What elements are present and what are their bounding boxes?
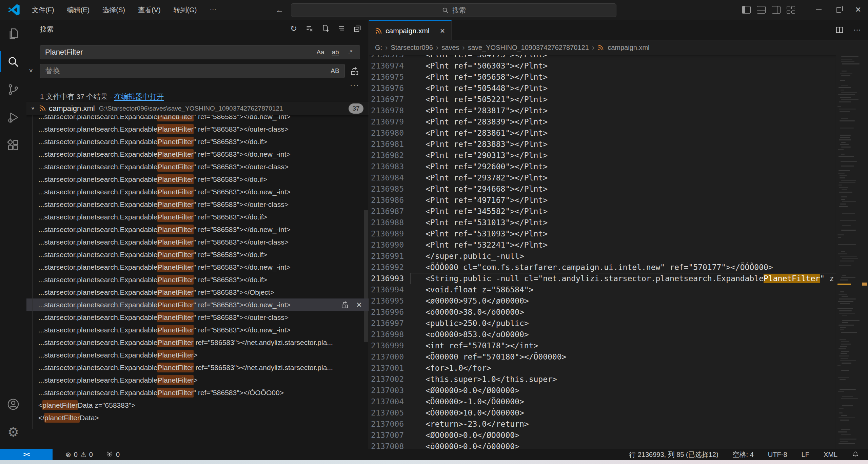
eol[interactable]: LF	[802, 451, 809, 459]
code-line[interactable]: 2136976<Plnt ref="505448"></Plnt>	[369, 83, 836, 94]
search-result-item[interactable]: ...starsector.planetsearch.ExpandablePla…	[26, 286, 369, 298]
account-icon[interactable]	[0, 390, 26, 418]
code-line[interactable]: 2137008<ô00000>0.0</ô00000>	[369, 441, 836, 449]
toggle-panel-icon[interactable]	[757, 6, 766, 14]
menu-item[interactable]: 转到(G)	[168, 3, 202, 17]
new-search-editor-icon[interactable]	[320, 23, 331, 34]
search-result-item[interactable]: ...starsector.planetsearch.ExpandablePla…	[26, 261, 369, 273]
search-result-item[interactable]: ...starsector.planetsearch.ExpandablePla…	[26, 248, 369, 261]
encoding[interactable]: UTF-8	[768, 451, 787, 459]
tab-close-icon[interactable]: ✕	[438, 26, 447, 36]
split-editor-icon[interactable]	[833, 24, 846, 36]
ports-status[interactable]: 0	[106, 451, 120, 459]
menu-item[interactable]: 文件(F)	[26, 3, 60, 17]
indentation[interactable]: 空格: 4	[733, 450, 754, 459]
code-line[interactable]: 2137006<return>-23.0</return>	[369, 419, 836, 430]
refresh-icon[interactable]: ↻	[288, 23, 299, 34]
back-button[interactable]: ←	[273, 4, 286, 15]
search-result-item[interactable]: ...starsector.planetsearch.ExpandablePla…	[26, 361, 369, 374]
sidebar-item-search[interactable]	[0, 48, 26, 76]
search-result-item[interactable]: ...starsector.planetsearch.ExpandablePla…	[26, 374, 369, 386]
toggle-replace-chevron-icon[interactable]: ˅	[29, 61, 38, 81]
code-line[interactable]: 2137001<for>1.0</for>	[369, 363, 836, 374]
code-line[interactable]: 2136984<Plnt ref="293782"></Plnt>	[369, 172, 836, 183]
minimap[interactable]	[836, 55, 861, 449]
search-result-item[interactable]: ...starsector.planetsearch.ExpandablePla…	[26, 298, 369, 311]
language-mode[interactable]: XML	[824, 451, 837, 459]
whole-word-icon[interactable]: ab	[329, 47, 341, 58]
code-line[interactable]: 2136986<Plnt ref="497167"></Plnt>	[369, 195, 836, 206]
code-line[interactable]: 2137004<Õ00000>-1.0</Õ00000>	[369, 396, 836, 407]
code-line[interactable]: 2136988<Plnt ref="531013"></Plnt>	[369, 217, 836, 228]
search-result-item[interactable]: ...starsector.planetsearch.ExpandablePla…	[26, 349, 369, 361]
search-result-item[interactable]: ...starsector.planetsearch.ExpandablePla…	[26, 223, 369, 236]
preserve-case-icon[interactable]: AB	[329, 65, 341, 76]
code-line[interactable]: 2136989<Plnt ref="531093"></Plnt>	[369, 228, 836, 239]
search-result-item[interactable]: ...starsector.planetsearch.ExpandablePla…	[26, 186, 369, 198]
toggle-primary-sidebar-icon[interactable]	[742, 6, 751, 14]
match-case-icon[interactable]: Aa	[314, 47, 327, 58]
code-line[interactable]: 2136997<public>250.0</public>	[369, 318, 836, 329]
code-line[interactable]: 2136987<Plnt ref="345582"></Plnt>	[369, 206, 836, 217]
sidebar-item-explorer[interactable]	[0, 20, 26, 48]
search-result-item[interactable]: ...starsector.planetsearch.ExpandablePla…	[26, 173, 369, 186]
search-input[interactable]: PlanetFilter Aa ab .*	[40, 45, 360, 59]
search-result-item[interactable]: ...starsector.planetsearch.ExpandablePla…	[26, 324, 369, 336]
regex-icon[interactable]: .*	[344, 47, 356, 58]
code-line[interactable]: 2136999<int ref="570178"></int>	[369, 340, 836, 351]
code-line[interactable]: 2136977<Plnt ref="505221"></Plnt>	[369, 94, 836, 105]
search-result-item[interactable]: ...starsector.planetsearch.ExpandablePla…	[26, 115, 369, 123]
result-file-header[interactable]: ˅ campaign.xml G:\Starsector096\saves\sa…	[26, 102, 369, 115]
code-line[interactable]: 2136980<Plnt ref="283861"></Plnt>	[369, 128, 836, 139]
code-line[interactable]: 2136996<ö00000>38.0</ö00000>	[369, 307, 836, 318]
code-line[interactable]: 2136993<String.public_-null cl="net.andy…	[369, 273, 836, 284]
menu-item[interactable]: 查看(V)	[133, 3, 166, 17]
clear-search-results-icon[interactable]	[304, 23, 315, 34]
code-line[interactable]: 2136975<Plnt ref="505658"></Plnt>	[369, 72, 836, 83]
replace-input[interactable]: 替换 AB	[40, 64, 345, 78]
code-editor[interactable]: 2136973<Plnt ref="504775"></Plnt>2136974…	[369, 55, 836, 449]
overview-ruler[interactable]	[861, 55, 868, 449]
tab-campaign-xml[interactable]: campaign.xml ✕	[369, 20, 452, 41]
view-as-list-icon[interactable]	[336, 23, 347, 34]
notifications-bell-icon[interactable]	[852, 451, 859, 458]
search-result-item[interactable]: ...starsector.planetsearch.ExpandablePla…	[26, 311, 369, 324]
code-line[interactable]: 2136979<Plnt ref="283839"></Plnt>	[369, 116, 836, 128]
collapse-all-icon[interactable]	[352, 23, 363, 34]
dismiss-icon[interactable]: ✕	[354, 300, 364, 310]
menu-overflow[interactable]: ···	[204, 3, 222, 17]
code-line[interactable]: 2136992<ÕÓÔ000 cl="com.fs.starfarer.camp…	[369, 262, 836, 273]
search-result-item[interactable]: ...starsector.planetsearch.ExpandablePla…	[26, 236, 369, 248]
code-line[interactable]: 2136982<Plnt ref="290313"></Plnt>	[369, 150, 836, 161]
code-line[interactable]: 2136983<Plnt ref="292600"></Plnt>	[369, 161, 836, 172]
code-line[interactable]: 2137003<Ø00000>0.0</Ø00000>	[369, 385, 836, 396]
open-in-editor-link[interactable]: 在编辑器中打开	[114, 93, 164, 100]
search-result-item[interactable]: ...starsector.planetsearch.ExpandablePla…	[26, 123, 369, 135]
sidebar-item-run-debug[interactable]	[0, 103, 26, 131]
command-center-search[interactable]: 搜索	[291, 3, 616, 17]
search-result-item[interactable]: ...starsector.planetsearch.ExpandablePla…	[26, 135, 369, 148]
breadcrumb-item[interactable]: G:	[375, 44, 382, 52]
code-line[interactable]: 2136985<Plnt ref="294668"></Plnt>	[369, 183, 836, 195]
breadcrumb-item[interactable]: saves	[441, 44, 459, 52]
breadcrumb-item[interactable]: Starsector096	[391, 44, 433, 52]
remote-indicator[interactable]: ><	[0, 449, 53, 460]
settings-gear-icon[interactable]: ⚙	[0, 418, 26, 446]
code-line[interactable]: 2136974<Plnt ref="506303"></Plnt>	[369, 60, 836, 72]
breadcrumb-item[interactable]: save_YOSHINO_109037427627870121	[468, 44, 589, 52]
customize-layout-icon[interactable]	[787, 6, 795, 14]
search-result-item[interactable]: ...starsector.planetsearch.ExpandablePla…	[26, 273, 369, 286]
code-line[interactable]: 2136981<Plnt ref="283883"></Plnt>	[369, 139, 836, 150]
close-button[interactable]: ✕	[848, 0, 868, 20]
code-line[interactable]: 2136978<Plnt ref="283817"></Plnt>	[369, 105, 836, 116]
minimize-button[interactable]	[809, 0, 829, 20]
code-line[interactable]: 2137002<this.super>1.0</this.super>	[369, 374, 836, 385]
chevron-down-icon[interactable]: ˅	[31, 105, 35, 112]
code-line[interactable]: 2137000<Õ00000 ref="570180"></Õ00000>	[369, 351, 836, 363]
search-result-item[interactable]: ...starsector.planetsearch.ExpandablePla…	[26, 160, 369, 173]
code-line[interactable]: 2136994<void.float z="586584">	[369, 284, 836, 295]
cursor-position[interactable]: 行 2136993, 列 85 (已选择12)	[629, 450, 718, 459]
menu-item[interactable]: 选择(S)	[97, 3, 131, 17]
search-result-item[interactable]: ...starsector.planetsearch.ExpandablePla…	[26, 198, 369, 211]
toggle-search-details[interactable]: ···	[348, 81, 362, 91]
